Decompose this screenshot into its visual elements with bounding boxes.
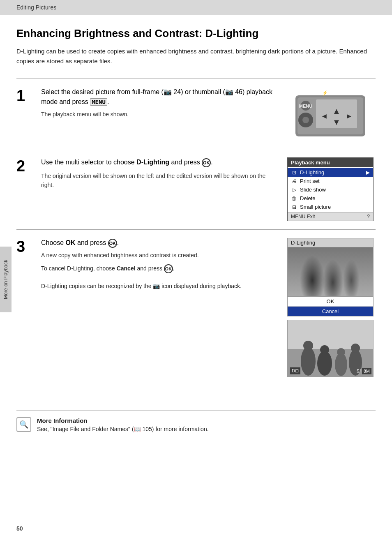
dlighting-ok-option[interactable]: OK <box>288 297 373 307</box>
step-3-content: Choose OK and press OK. A new copy with … <box>41 238 277 291</box>
menu-item-delete[interactable]: 🗑 Delete <box>288 194 373 203</box>
menu-item-slideshow[interactable]: ▷ Slide show <box>288 185 373 194</box>
menu-item-dlighting[interactable]: ⊡ D-Lighting ▶ <box>288 168 373 177</box>
step-2-content: Use the multi selector to choose D-Light… <box>41 157 277 190</box>
menu-item-dlighting-label: D-Lighting <box>300 169 324 175</box>
info-icon-symbol: 🔍 <box>19 420 28 429</box>
step-3-note-icon: D-Lighting copies can be recognized by t… <box>41 282 277 291</box>
menu-item-printset[interactable]: 🖨 Print set <box>288 177 373 185</box>
footer-text: See, "Image File and Folder Names" (📖 10… <box>37 426 376 432</box>
svg-point-16 <box>303 341 313 351</box>
dlighting-ok-cancel: OK Cancel <box>287 296 374 316</box>
main-content: Enhancing Brightness and Contrast: D-Lig… <box>0 15 392 402</box>
menu-item-printset-label: Print set <box>300 178 320 184</box>
menu-exit-label: MENU Exit <box>291 214 315 219</box>
ok-button-symbol: OK <box>202 158 211 167</box>
step-2-image: Playback menu ⊡ D-Lighting ▶ 🖨 Print set… <box>285 157 376 221</box>
menu-item-delete-label: Delete <box>300 195 316 201</box>
step-3-note-copy: A new copy with enhanced brightness and … <box>41 251 277 260</box>
svg-text:MENU: MENU <box>299 104 312 108</box>
step-3-note-cancel: To cancel D-Lighting, choose Cancel and … <box>41 264 277 273</box>
svg-point-15 <box>301 347 316 376</box>
svg-point-6 <box>302 117 309 123</box>
step-1-number: 1 <box>16 87 33 104</box>
ok-button-symbol-2: OK <box>108 239 117 248</box>
step-3-right-column: D-Lighting OK Cancel 15/05/2009 15:30 00… <box>287 238 374 377</box>
step-1-note: The playback menu will be shown. <box>41 110 277 119</box>
menu-item-smallpicture-label: Small picture <box>300 204 331 210</box>
svg-text:▼: ▼ <box>332 118 341 127</box>
svg-text:◀: ◀ <box>322 113 327 119</box>
menu-item-slideshow-label: Slide show <box>300 187 326 193</box>
arrow-icon: ▶ <box>366 169 370 175</box>
step-3-instruction: Choose OK and press OK. <box>41 238 277 248</box>
step-2-number: 2 <box>16 157 33 174</box>
dlighting-people-silhouette <box>288 247 373 296</box>
step-1-image: MENU ▲ ◀ ▶ ▼ ⚡ <box>285 87 376 141</box>
svg-point-18 <box>320 345 329 354</box>
section-label: Editing Pictures <box>16 4 56 11</box>
svg-point-22 <box>351 344 360 353</box>
playback-menu-items: ⊡ D-Lighting ▶ 🖨 Print set ▷ Slide show … <box>288 167 373 212</box>
thumbnail-quality: 8M <box>362 368 371 374</box>
side-tab-label: More on Playback <box>3 260 9 299</box>
footer-info-icon: 🔍 <box>16 417 31 432</box>
dlighting-panel: D-Lighting OK Cancel <box>287 238 374 316</box>
thumbnail-dlighting-badge: D⊡ <box>290 367 300 374</box>
svg-point-17 <box>317 351 332 376</box>
camera-illustration: MENU ▲ ◀ ▶ ▼ ⚡ <box>291 87 369 141</box>
step-3: 3 Choose OK and press OK. A new copy wit… <box>16 229 376 385</box>
step-3-number: 3 <box>16 238 33 254</box>
step-2-instruction: Use the multi selector to choose D-Light… <box>41 157 277 167</box>
playback-menu-footer: MENU Exit ? <box>288 212 373 221</box>
menu-item-smallpicture[interactable]: ⊟ Small picture <box>288 203 373 211</box>
step-1-content: Select the desired picture from full-fra… <box>41 87 277 119</box>
step-2: 2 Use the multi selector to choose D-Lig… <box>16 149 376 229</box>
dlighting-panel-title: D-Lighting <box>287 238 374 247</box>
thumbnail-preview: 15/05/2009 15:30 0005.JPG <box>287 320 374 377</box>
svg-text:▲: ▲ <box>332 106 341 115</box>
svg-point-20 <box>337 348 345 356</box>
menu-key: MENU <box>90 98 107 106</box>
footer-title: More Information <box>37 417 376 424</box>
delete-icon: 🗑 <box>291 196 297 201</box>
header-bar: Editing Pictures <box>0 0 392 15</box>
page-number: 50 <box>16 525 23 532</box>
dlighting-preview-image <box>287 247 374 296</box>
step-3-image: D-Lighting OK Cancel 15/05/2009 15:30 00… <box>285 238 376 377</box>
dlighting-icon: ⊡ <box>291 170 297 175</box>
step-1: 1 Select the desired picture from full-f… <box>16 78 376 149</box>
svg-text:▶: ▶ <box>347 113 351 119</box>
page-title: Enhancing Brightness and Contrast: D-Lig… <box>16 27 376 40</box>
page-footer: 🔍 More Information See, "Image File and … <box>16 410 376 432</box>
svg-rect-13 <box>288 320 374 349</box>
slideshow-icon: ▷ <box>291 187 297 193</box>
footer-content: More Information See, "Image File and Fo… <box>37 417 376 432</box>
help-icon: ? <box>367 214 370 219</box>
playback-menu: Playback menu ⊡ D-Lighting ▶ 🖨 Print set… <box>287 157 374 221</box>
svg-text:⚡: ⚡ <box>322 90 328 96</box>
playback-menu-header: Playback menu <box>288 158 373 167</box>
thumbnail-counter: 5/ <box>357 369 361 374</box>
printset-icon: 🖨 <box>291 178 297 184</box>
smallpicture-icon: ⊟ <box>291 204 297 210</box>
step-1-instruction: Select the desired picture from full-fra… <box>41 87 277 107</box>
step-2-note: The original version will be shown on th… <box>41 171 277 190</box>
dlighting-cancel-option[interactable]: Cancel <box>288 307 373 316</box>
svg-point-19 <box>335 353 347 376</box>
ok-button-symbol-3: OK <box>164 264 173 273</box>
intro-paragraph: D-Lighting can be used to create copies … <box>16 46 376 66</box>
side-tab: More on Playback <box>0 247 12 312</box>
